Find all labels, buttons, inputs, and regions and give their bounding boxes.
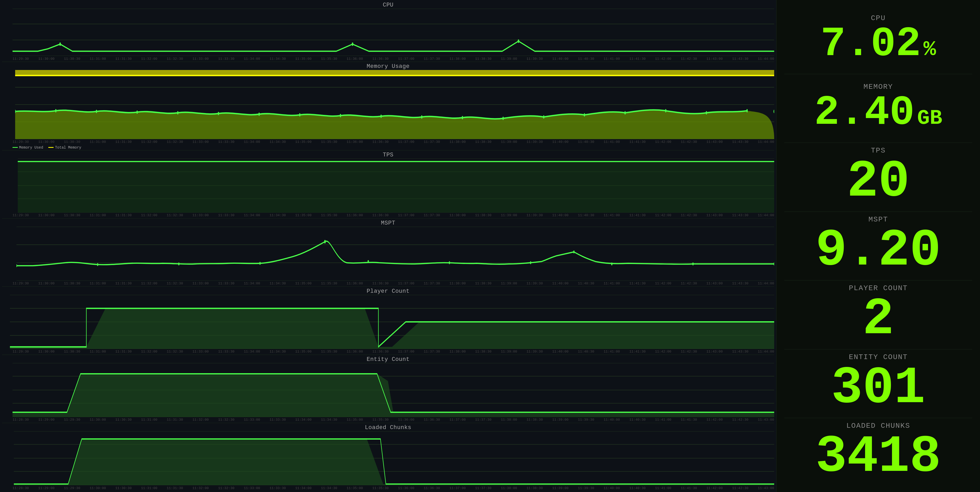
entity-count-x-labels: 11:28:3011:29:0011:29:3011:30:0011:30:30… xyxy=(2,417,774,423)
svg-marker-39 xyxy=(18,161,774,213)
svg-point-52 xyxy=(530,261,531,264)
loaded-chunks-svg xyxy=(14,431,774,485)
memory-unit: GB xyxy=(917,108,942,129)
stats-panel: CPU 7.02 % Memory 2.40 GB TPS 20 MSPT 9.… xyxy=(776,0,980,492)
tps-x-labels: 11:29:3011:30:0011:30:3011:31:0011:31:30… xyxy=(2,213,774,218)
player-count-stat: Player Count 2 xyxy=(784,280,972,349)
cpu-stat: CPU 7.02 % xyxy=(784,5,972,74)
svg-point-47 xyxy=(178,263,180,266)
svg-point-25 xyxy=(503,117,504,120)
player-count-value: 2 xyxy=(862,293,894,346)
svg-point-26 xyxy=(543,115,544,119)
cpu-stat-value: 7.02 % xyxy=(821,23,936,65)
svg-point-22 xyxy=(380,115,382,118)
tps-value: 20 xyxy=(847,156,910,208)
memory-chart: Memory Usage xyxy=(2,62,774,150)
entity-count-chart: Entity Count 500 450 400 350 300 xyxy=(2,355,774,423)
memory-value: 2.40 xyxy=(814,92,915,134)
mspt-chart: MSPT xyxy=(2,219,774,287)
tps-svg xyxy=(18,159,774,213)
svg-point-54 xyxy=(611,263,612,266)
svg-point-4 xyxy=(59,42,61,46)
svg-point-48 xyxy=(259,262,261,265)
svg-point-28 xyxy=(625,111,626,115)
tps-chart: TPS 20 TPS 15 TPS 10 TPS 5 TPS 0 TPS 11 xyxy=(2,151,774,218)
memory-stat: Memory 2.40 GB xyxy=(784,74,972,143)
svg-point-6 xyxy=(518,40,519,43)
tps-chart-title: TPS xyxy=(2,151,774,159)
memory-legend: Memory Used Total Memory xyxy=(2,145,774,150)
entity-count-stat-value: 301 xyxy=(831,362,925,414)
svg-point-16 xyxy=(136,110,138,114)
player-count-chart: Player Count 4 3 2 11:29:3011:30:0011 xyxy=(2,287,774,355)
charts-panel: CPU 60 40 20 0 11:29:3011:30: xyxy=(0,0,776,492)
tps-stat: TPS 20 xyxy=(784,143,972,212)
svg-point-53 xyxy=(573,250,574,253)
loaded-chunks-stat-value: 3418 xyxy=(815,431,941,483)
svg-point-27 xyxy=(584,113,585,117)
svg-point-45 xyxy=(16,264,17,267)
mspt-chart-title: MSPT xyxy=(2,219,774,227)
cpu-chart: CPU 60 40 20 0 11:29:3011:30: xyxy=(2,1,774,62)
loaded-chunks-chart-title: Loaded Chunks xyxy=(2,424,774,431)
cpu-svg xyxy=(13,9,774,56)
svg-point-46 xyxy=(97,263,98,266)
loaded-chunks-value: 3418 xyxy=(815,431,941,483)
memory-svg xyxy=(15,70,774,139)
svg-point-5 xyxy=(352,42,353,46)
svg-point-24 xyxy=(462,116,463,119)
loaded-chunks-chart: Loaded Chunks 7000 6000 5000 4000 3000 xyxy=(2,424,774,491)
memory-x-labels: 11:29:3011:30:0011:30:3011:31:0011:31:30… xyxy=(2,139,774,145)
svg-point-50 xyxy=(368,260,369,263)
cpu-value: 7.02 xyxy=(821,23,921,65)
player-count-x-labels: 11:29:3011:30:0011:30:3011:31:0011:31:30… xyxy=(2,349,774,355)
mspt-svg xyxy=(16,227,774,281)
svg-point-55 xyxy=(692,263,694,266)
player-count-chart-title: Player Count xyxy=(2,287,774,295)
memory-chart-title: Memory Usage xyxy=(2,62,774,70)
svg-marker-62 xyxy=(10,309,774,349)
tps-stat-value: 20 xyxy=(847,156,910,208)
loaded-chunks-stat: Loaded Chunks 3418 xyxy=(784,418,972,487)
mspt-stat: MSPT 9.20 xyxy=(784,212,972,281)
svg-point-31 xyxy=(746,109,748,113)
svg-point-18 xyxy=(218,112,219,115)
svg-point-51 xyxy=(449,261,450,264)
svg-point-17 xyxy=(177,111,178,115)
svg-point-32 xyxy=(773,110,774,113)
entity-count-value: 301 xyxy=(831,362,925,414)
cpu-unit: % xyxy=(924,39,936,60)
svg-marker-74 xyxy=(14,439,774,485)
svg-point-30 xyxy=(706,111,707,115)
cpu-chart-title: CPU xyxy=(2,1,774,9)
svg-marker-12 xyxy=(15,70,774,75)
entity-count-svg xyxy=(13,363,774,417)
svg-point-21 xyxy=(340,114,341,117)
svg-point-29 xyxy=(665,109,666,113)
mspt-x-labels: 11:29:3011:30:0011:30:3011:31:0011:31:30… xyxy=(2,281,774,287)
player-count-svg xyxy=(10,295,774,349)
player-count-stat-value: 2 xyxy=(862,293,894,346)
loaded-chunks-x-labels: 11:28:3011:29:0011:29:3011:30:0011:30:30… xyxy=(2,485,774,491)
svg-point-20 xyxy=(299,113,301,117)
svg-point-14 xyxy=(55,109,56,113)
svg-point-49 xyxy=(324,240,326,244)
mspt-value: 9.20 xyxy=(815,225,941,277)
entity-count-stat: Entity Count 301 xyxy=(784,349,972,418)
svg-point-23 xyxy=(421,115,422,119)
memory-stat-value: 2.40 GB xyxy=(814,92,942,134)
svg-point-19 xyxy=(258,113,259,116)
cpu-x-labels: 11:29:3011:30:0011:30:3011:31:0011:31:30… xyxy=(2,56,774,62)
svg-point-15 xyxy=(96,110,97,113)
entity-count-chart-title: Entity Count xyxy=(2,355,774,363)
svg-marker-68 xyxy=(13,374,774,417)
mspt-stat-value: 9.20 xyxy=(815,225,941,277)
